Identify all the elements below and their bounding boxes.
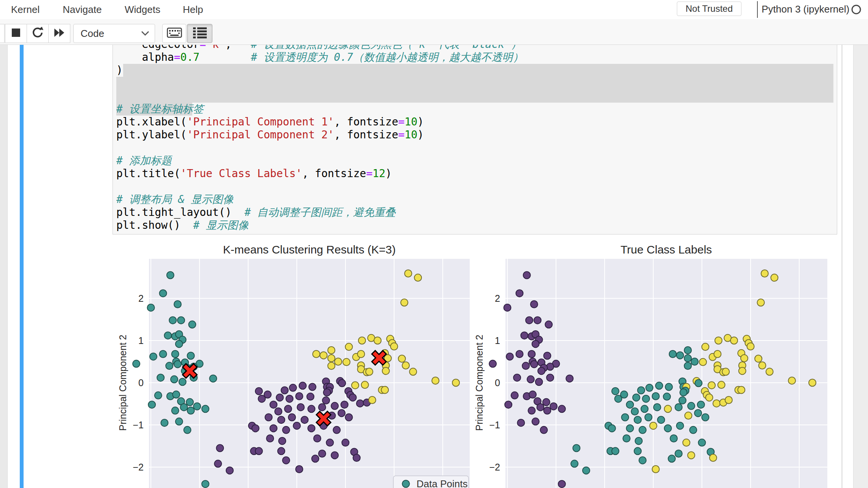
cell-type-dropdown[interactable]: Code (73, 24, 155, 43)
scatter-point (623, 435, 630, 442)
scatter-point (517, 419, 524, 426)
scatter-point (546, 374, 554, 381)
scatter-point (171, 376, 178, 383)
scatter-point (301, 416, 308, 423)
scatter-point (275, 408, 282, 415)
scatter-point (639, 457, 646, 464)
scatter-point (675, 450, 682, 457)
y-tick-label: 1 (495, 335, 500, 346)
scatter-point (550, 403, 557, 410)
vertical-scrollbar[interactable] (853, 44, 868, 488)
menu-help[interactable]: Help (183, 0, 203, 19)
scatter-point (148, 401, 155, 408)
scatter-point (639, 426, 646, 434)
y-tick-label: 2 (138, 293, 144, 304)
scatter-point (309, 383, 316, 391)
scatter-point (320, 352, 327, 359)
menu-widgets[interactable]: Widgets (125, 0, 160, 19)
restart-run-all-button[interactable] (48, 24, 70, 43)
scatter-point (665, 383, 673, 391)
plot-title: K-means Clustering Results (K=3) (223, 243, 396, 256)
not-trusted-button[interactable]: Not Trusted (677, 2, 741, 16)
scatter-point (511, 392, 518, 399)
scatter-point (656, 382, 663, 389)
scatter-point (766, 368, 773, 376)
scatter-point (641, 405, 648, 412)
scatter-point (432, 377, 439, 384)
scatter-point (528, 407, 535, 414)
scatter-point (366, 368, 373, 376)
scatter-point (202, 405, 209, 412)
scatter-point (176, 418, 183, 425)
scatter-point (296, 393, 303, 400)
toc-button[interactable] (187, 24, 212, 43)
y-tick-label: −2 (133, 462, 144, 472)
scatter-point (532, 340, 539, 347)
y-tick-label: 2 (495, 293, 500, 304)
scatter-point (670, 435, 677, 442)
command-palette-button[interactable] (162, 24, 186, 43)
code-line: plt.show() # 显示图像 (116, 219, 523, 232)
scatter-point (706, 394, 713, 401)
scatter-point (326, 439, 334, 446)
scatter-point (181, 404, 188, 411)
scatter-point (702, 414, 709, 421)
menu-navigate[interactable]: Navigate (63, 0, 102, 19)
scatter-point (296, 466, 303, 473)
scatter-point (697, 401, 705, 408)
scatter-point (516, 350, 523, 358)
scatter-point (328, 362, 335, 369)
page-left-gutter (0, 44, 8, 488)
scatter-point (312, 455, 319, 462)
scatter-point (566, 375, 573, 382)
scatter-point (282, 426, 290, 434)
scatter-point (414, 274, 421, 281)
scatter-point (258, 395, 265, 402)
scatter-point (558, 405, 565, 412)
scatter-point (679, 397, 686, 404)
menu-bar: Kernel Navigate Widgets Help Not Trusted… (0, 0, 868, 19)
scatter-point (664, 405, 672, 412)
scatter-point (341, 401, 348, 408)
scatter-point (299, 382, 306, 389)
scatter-point (687, 402, 695, 410)
scatter-point (179, 378, 186, 385)
menu-kernel[interactable]: Kernel (11, 0, 40, 19)
run-button-partial[interactable] (0, 24, 5, 43)
scatter-point (157, 374, 164, 381)
scatter-point (761, 270, 768, 277)
scatter-point (538, 367, 545, 374)
scatter-point (334, 358, 342, 365)
scatter-point (741, 355, 748, 362)
code-editor[interactable]: edgecolor='k', # 设置数据点的边缘颜色为黑色（'k' 代表 'b… (116, 38, 523, 232)
scatter-point (738, 386, 745, 393)
toolbar: Code (0, 19, 868, 45)
scatter-point (526, 317, 533, 324)
scatter-point (270, 425, 277, 432)
scatter-point (164, 332, 171, 339)
scatter-point (270, 401, 277, 408)
scatter-point (214, 460, 222, 467)
scatter-point (402, 362, 409, 369)
scatter-point (522, 362, 529, 369)
scatter-point (531, 361, 538, 368)
scatter-point (342, 439, 349, 446)
code-line: # 调整布局 & 显示图像 (116, 193, 523, 206)
scatter-point (202, 480, 209, 488)
y-tick-label: 1 (138, 335, 144, 346)
y-axis-label: Principal Component 2 (117, 335, 128, 431)
scatter-point (314, 435, 321, 442)
scatter-point (285, 405, 292, 412)
code-cell-input[interactable]: edgecolor='k', # 设置数据点的边缘颜色为黑色（'k' 代表 'b… (112, 33, 837, 234)
plot-title: True Class Labels (621, 243, 712, 256)
restart-kernel-button[interactable] (27, 24, 49, 43)
scatter-point (543, 399, 550, 406)
selected-cell-right-border (842, 44, 842, 488)
scatter-point (278, 416, 285, 423)
y-axis-label: Principal Component 2 (474, 335, 485, 431)
scatter-point (352, 382, 359, 389)
scatter-point (343, 358, 350, 366)
y-tick-label: −1 (133, 420, 144, 430)
scatter-point (695, 380, 702, 387)
interrupt-kernel-button[interactable] (5, 24, 27, 43)
